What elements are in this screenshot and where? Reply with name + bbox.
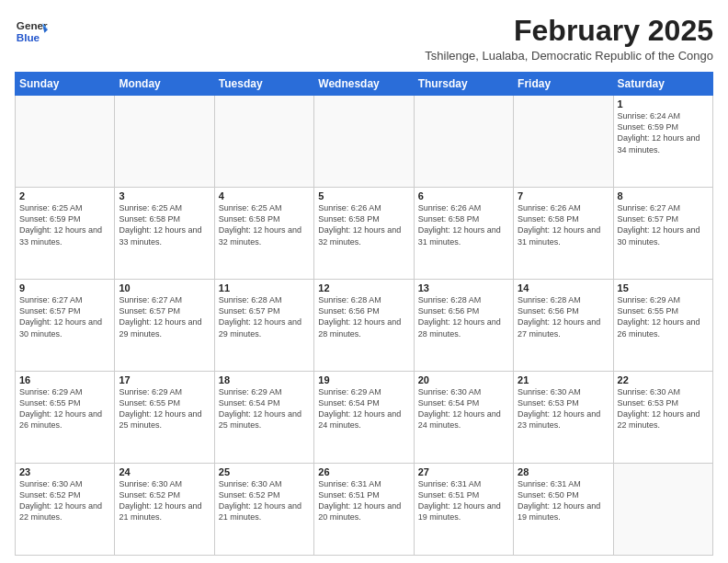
day-info: Sunrise: 6:24 AM Sunset: 6:59 PM Dayligh…: [618, 110, 709, 155]
calendar-cell: 23Sunrise: 6:30 AM Sunset: 6:52 PM Dayli…: [16, 464, 115, 556]
day-number: 8: [618, 190, 709, 201]
day-info: Sunrise: 6:27 AM Sunset: 6:57 PM Dayligh…: [119, 294, 210, 339]
calendar-cell: 12Sunrise: 6:28 AM Sunset: 6:56 PM Dayli…: [314, 280, 414, 372]
calendar-week-2: 2Sunrise: 6:25 AM Sunset: 6:59 PM Daylig…: [16, 188, 713, 280]
calendar-cell: 19Sunrise: 6:29 AM Sunset: 6:54 PM Dayli…: [314, 372, 414, 464]
logo: General Blue: [15, 15, 51, 48]
calendar-cell: 9Sunrise: 6:27 AM Sunset: 6:57 PM Daylig…: [16, 280, 115, 372]
day-info: Sunrise: 6:25 AM Sunset: 6:58 PM Dayligh…: [219, 202, 310, 247]
day-number: 14: [518, 282, 609, 293]
calendar-cell: 6Sunrise: 6:26 AM Sunset: 6:58 PM Daylig…: [414, 188, 513, 280]
calendar-cell: [16, 96, 115, 188]
day-info: Sunrise: 6:29 AM Sunset: 6:55 PM Dayligh…: [119, 386, 210, 431]
calendar-cell: 4Sunrise: 6:25 AM Sunset: 6:58 PM Daylig…: [214, 188, 313, 280]
day-info: Sunrise: 6:28 AM Sunset: 6:57 PM Dayligh…: [219, 294, 310, 339]
calendar-cell: 2Sunrise: 6:25 AM Sunset: 6:59 PM Daylig…: [16, 188, 115, 280]
calendar-cell: 17Sunrise: 6:29 AM Sunset: 6:55 PM Dayli…: [115, 372, 214, 464]
day-info: Sunrise: 6:28 AM Sunset: 6:56 PM Dayligh…: [318, 294, 409, 339]
calendar-week-3: 9Sunrise: 6:27 AM Sunset: 6:57 PM Daylig…: [16, 280, 713, 372]
calendar-cell: 22Sunrise: 6:30 AM Sunset: 6:53 PM Dayli…: [613, 372, 712, 464]
day-info: Sunrise: 6:30 AM Sunset: 6:52 PM Dayligh…: [119, 478, 210, 523]
day-number: 4: [219, 190, 310, 201]
calendar-cell: 16Sunrise: 6:29 AM Sunset: 6:55 PM Dayli…: [16, 372, 115, 464]
calendar-cell: 15Sunrise: 6:29 AM Sunset: 6:55 PM Dayli…: [613, 280, 712, 372]
calendar-body: 1Sunrise: 6:24 AM Sunset: 6:59 PM Daylig…: [16, 96, 713, 556]
calendar-cell: 8Sunrise: 6:27 AM Sunset: 6:57 PM Daylig…: [613, 188, 712, 280]
title-block: February 2025 Tshilenge, Lualaba, Democr…: [425, 15, 713, 63]
day-info: Sunrise: 6:28 AM Sunset: 6:56 PM Dayligh…: [518, 294, 609, 339]
day-info: Sunrise: 6:30 AM Sunset: 6:53 PM Dayligh…: [618, 386, 709, 431]
calendar-cell: 27Sunrise: 6:31 AM Sunset: 6:51 PM Dayli…: [414, 464, 513, 556]
day-number: 22: [618, 374, 709, 385]
calendar-cell: [414, 96, 513, 188]
calendar-cell: 20Sunrise: 6:30 AM Sunset: 6:54 PM Dayli…: [414, 372, 513, 464]
day-info: Sunrise: 6:31 AM Sunset: 6:50 PM Dayligh…: [518, 478, 609, 523]
day-number: 27: [418, 466, 509, 477]
day-number: 19: [318, 374, 409, 385]
weekday-header-tuesday: Tuesday: [214, 73, 313, 96]
day-number: 11: [219, 282, 310, 293]
day-number: 23: [19, 466, 110, 477]
day-info: Sunrise: 6:29 AM Sunset: 6:54 PM Dayligh…: [318, 386, 409, 431]
day-number: 24: [119, 466, 210, 477]
day-info: Sunrise: 6:26 AM Sunset: 6:58 PM Dayligh…: [518, 202, 609, 247]
header-row: General Blue February 2025 Tshilenge, Lu…: [15, 15, 713, 63]
day-number: 5: [318, 190, 409, 201]
day-info: Sunrise: 6:30 AM Sunset: 6:53 PM Dayligh…: [518, 386, 609, 431]
day-number: 16: [19, 374, 110, 385]
calendar-cell: 14Sunrise: 6:28 AM Sunset: 6:56 PM Dayli…: [514, 280, 613, 372]
day-number: 25: [219, 466, 310, 477]
weekday-header-row: SundayMondayTuesdayWednesdayThursdayFrid…: [16, 73, 713, 96]
calendar-week-1: 1Sunrise: 6:24 AM Sunset: 6:59 PM Daylig…: [16, 96, 713, 188]
day-info: Sunrise: 6:29 AM Sunset: 6:54 PM Dayligh…: [219, 386, 310, 431]
day-number: 28: [518, 466, 609, 477]
day-number: 21: [518, 374, 609, 385]
logo-icon: General Blue: [15, 15, 48, 48]
weekday-header-monday: Monday: [115, 73, 214, 96]
calendar-week-5: 23Sunrise: 6:30 AM Sunset: 6:52 PM Dayli…: [16, 464, 713, 556]
weekday-header-friday: Friday: [514, 73, 613, 96]
day-number: 10: [119, 282, 210, 293]
calendar-cell: [115, 96, 214, 188]
day-number: 17: [119, 374, 210, 385]
calendar-cell: 3Sunrise: 6:25 AM Sunset: 6:58 PM Daylig…: [115, 188, 214, 280]
day-number: 13: [418, 282, 509, 293]
subtitle: Tshilenge, Lualaba, Democratic Republic …: [425, 49, 713, 63]
calendar-cell: 13Sunrise: 6:28 AM Sunset: 6:56 PM Dayli…: [414, 280, 513, 372]
calendar-cell: 28Sunrise: 6:31 AM Sunset: 6:50 PM Dayli…: [514, 464, 613, 556]
calendar-cell: 18Sunrise: 6:29 AM Sunset: 6:54 PM Dayli…: [214, 372, 313, 464]
day-number: 1: [618, 98, 709, 109]
calendar-cell: 24Sunrise: 6:30 AM Sunset: 6:52 PM Dayli…: [115, 464, 214, 556]
day-number: 3: [119, 190, 210, 201]
day-info: Sunrise: 6:30 AM Sunset: 6:52 PM Dayligh…: [219, 478, 310, 523]
day-info: Sunrise: 6:29 AM Sunset: 6:55 PM Dayligh…: [618, 294, 709, 339]
day-number: 7: [518, 190, 609, 201]
calendar-cell: 5Sunrise: 6:26 AM Sunset: 6:58 PM Daylig…: [314, 188, 414, 280]
calendar-cell: 11Sunrise: 6:28 AM Sunset: 6:57 PM Dayli…: [214, 280, 313, 372]
day-info: Sunrise: 6:26 AM Sunset: 6:58 PM Dayligh…: [318, 202, 409, 247]
day-number: 12: [318, 282, 409, 293]
calendar-cell: [514, 96, 613, 188]
calendar-cell: 25Sunrise: 6:30 AM Sunset: 6:52 PM Dayli…: [214, 464, 313, 556]
weekday-header-wednesday: Wednesday: [314, 73, 414, 96]
day-info: Sunrise: 6:30 AM Sunset: 6:54 PM Dayligh…: [418, 386, 509, 431]
day-info: Sunrise: 6:30 AM Sunset: 6:52 PM Dayligh…: [19, 478, 110, 523]
weekday-header-thursday: Thursday: [414, 73, 513, 96]
calendar-cell: 26Sunrise: 6:31 AM Sunset: 6:51 PM Dayli…: [314, 464, 414, 556]
day-info: Sunrise: 6:31 AM Sunset: 6:51 PM Dayligh…: [318, 478, 409, 523]
day-info: Sunrise: 6:25 AM Sunset: 6:59 PM Dayligh…: [19, 202, 110, 247]
calendar-cell: [214, 96, 313, 188]
calendar-cell: [314, 96, 414, 188]
day-info: Sunrise: 6:27 AM Sunset: 6:57 PM Dayligh…: [618, 202, 709, 247]
day-info: Sunrise: 6:28 AM Sunset: 6:56 PM Dayligh…: [418, 294, 509, 339]
calendar-table: SundayMondayTuesdayWednesdayThursdayFrid…: [15, 72, 713, 556]
day-info: Sunrise: 6:26 AM Sunset: 6:58 PM Dayligh…: [418, 202, 509, 247]
calendar-cell: 1Sunrise: 6:24 AM Sunset: 6:59 PM Daylig…: [613, 96, 712, 188]
calendar-cell: 10Sunrise: 6:27 AM Sunset: 6:57 PM Dayli…: [115, 280, 214, 372]
calendar-week-4: 16Sunrise: 6:29 AM Sunset: 6:55 PM Dayli…: [16, 372, 713, 464]
day-info: Sunrise: 6:27 AM Sunset: 6:57 PM Dayligh…: [19, 294, 110, 339]
day-number: 15: [618, 282, 709, 293]
day-number: 18: [219, 374, 310, 385]
day-number: 9: [19, 282, 110, 293]
day-info: Sunrise: 6:31 AM Sunset: 6:51 PM Dayligh…: [418, 478, 509, 523]
